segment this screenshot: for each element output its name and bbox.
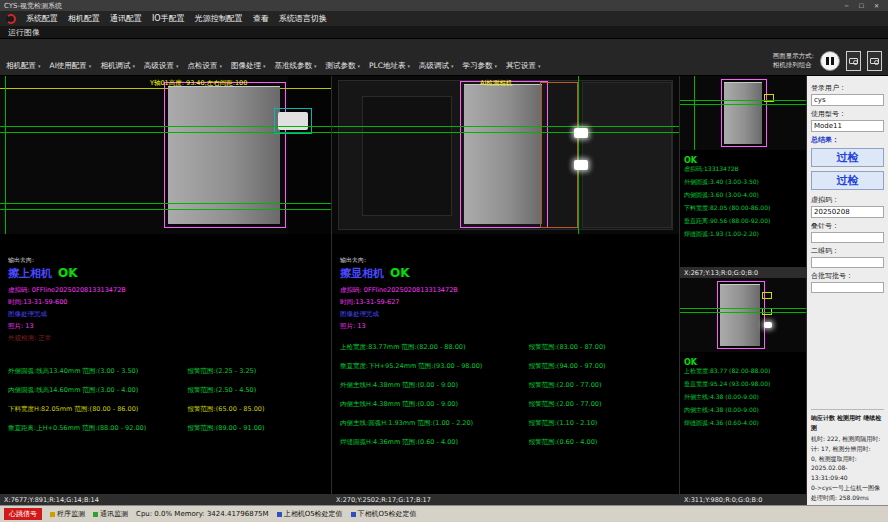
stat-line: 机时: 222, 检测间隔用时:: [811, 434, 884, 444]
timestamp-text: 时间:13-31-59-600: [8, 298, 323, 307]
close-button[interactable]: ✕: [869, 0, 884, 11]
barcode-text: 虚拟码: 0FFline2025020813313472B: [8, 286, 323, 295]
roi-rect-magenta: [721, 79, 767, 147]
cpu-memory-readout: Cpu: 0.0% Memory: 3424.41796875M: [136, 510, 269, 518]
measurement-row: 焊缝圆弧H:4.36mm 范围:(0.60 - 4.00)报警范围:(0.60 …: [340, 438, 671, 447]
title-bar: CYS-视觉检测系统 ─ ☐ ✕: [0, 0, 888, 11]
toolbar-camera-debug[interactable]: 相机调试▾: [100, 61, 135, 71]
toolbar-advanced-debug[interactable]: 高级调试▾: [419, 61, 454, 71]
roi-rect-cyan: [274, 108, 312, 134]
roi-rect-magenta: [717, 281, 765, 349]
camera-name: 擦显相机: [340, 266, 384, 281]
upper-camera-status: 上相机O5检处定值: [277, 509, 343, 519]
camera-image-mini-bottom[interactable]: [680, 278, 806, 352]
toolbar-plc-address[interactable]: PLC地址表▾: [369, 61, 410, 71]
output-destination-label: 输出去向:: [340, 256, 671, 265]
toolbar-image-process[interactable]: 图像处理▾: [231, 61, 266, 71]
needle-number-field[interactable]: [811, 232, 884, 243]
toolbar-ai-config[interactable]: AI使用配置▾: [50, 61, 92, 71]
green-vertical-line: [5, 76, 6, 234]
barcode-text: 虚拟码: 0FFline2025020813313472B: [340, 286, 671, 295]
camera-status-line: 擦上相机 OK: [8, 266, 323, 281]
program-monitor-icon: [50, 512, 55, 517]
toolbar-baseline-params[interactable]: 基准线参数▾: [274, 61, 316, 71]
model-select[interactable]: Mode11: [811, 120, 884, 132]
measurement-row: 外侧圆弧:线高13.40mm 范围:(3.00 - 3.50)报警范围:(2.2…: [8, 367, 323, 376]
measurement-row: 外侧主线H:4.38mm 范围:(0.00 - 9.00)报警范围:(2.00 …: [340, 381, 671, 390]
measurement-rows: 上枪宽度:83.77mm 范围:(82.00 - 88.00)报警范围:(83.…: [340, 343, 671, 447]
camera-view-button-1[interactable]: [846, 51, 861, 71]
main-area: Y轴01高度: 93.40;左右间距:100 输出去向: 擦上相机 OK 虚拟码…: [0, 76, 888, 505]
dark-band: [288, 76, 331, 234]
menu-item-camera-config[interactable]: 相机配置: [68, 13, 100, 24]
camera-view-button-2[interactable]: [867, 51, 882, 71]
toolbar-camera-config[interactable]: 相机配置▾: [6, 61, 41, 71]
menu-item-view[interactable]: 查看: [253, 13, 269, 24]
login-user-label: 登录用户：: [811, 83, 884, 93]
overlay-measure-label: Y轴01高度: 93.40;左右间距:100: [150, 79, 247, 88]
camera-status-line: 擦显相机 OK: [340, 266, 671, 281]
camera-image-left[interactable]: Y轴01高度: 93.40;左右间距:100: [0, 76, 331, 234]
status-badge: OK: [684, 156, 802, 165]
virtual-code-label: 虚拟码：: [811, 195, 884, 205]
camera-panel-middle: AI检测相机 输出去向: 擦显相机 OK 虚拟码: 0FFline2025020…: [332, 76, 680, 505]
window-title: CYS-视觉检测系统: [4, 1, 62, 11]
camera-image-middle[interactable]: AI检测相机: [332, 76, 679, 234]
minimize-button[interactable]: ─: [839, 0, 854, 11]
green-vertical-line: [694, 76, 695, 150]
camera-name: 擦上相机: [8, 266, 52, 281]
toolbar-other-settings[interactable]: 其它设置▾: [506, 61, 541, 71]
measure-line-green: [0, 132, 331, 133]
camera-panel-left: Y轴01高度: 93.40;左右间距:100 输出去向: 擦上相机 OK 虚拟码…: [0, 76, 332, 505]
toolbar-test-params[interactable]: 测试参数▾: [325, 61, 360, 71]
measurement-row-warning: 下料宽度H:82.05mm 范围:(80.00 - 86.00)报警范围:(65…: [8, 405, 323, 414]
result-area-middle: 输出去向: 擦显相机 OK 虚拟码: 0FFline20250208133134…: [332, 234, 679, 493]
qr-code-field[interactable]: [811, 257, 884, 268]
inspection-note-text: 外观检测: 正常: [8, 334, 323, 343]
mini-result-line: 焊缝圆弧:1.93 (1.00-2.20): [684, 230, 802, 239]
comm-monitor-indicator: 通讯监测: [93, 509, 128, 519]
stat-line: 2025.02.08-13:31:09:40: [811, 463, 884, 483]
toolbar-learning-params[interactable]: 学习参数▾: [462, 61, 497, 71]
tab-bar: 运行图像: [0, 26, 888, 39]
mini-result-line: 虚拟码:13313472B: [684, 165, 802, 174]
batch-number-field[interactable]: [811, 282, 884, 293]
program-monitor-indicator: 程序监测: [50, 509, 85, 519]
needle-number-label: 叠针号：: [811, 221, 884, 231]
chevron-down-icon: ▾: [263, 63, 266, 69]
chevron-down-icon: ▾: [407, 63, 410, 69]
camera-image-mini-top[interactable]: [680, 76, 806, 150]
heartbeat-indicator: 心跳信号: [4, 508, 42, 520]
mini-result-line: 外侧主线:4.38 (0.00-9.00): [684, 393, 802, 402]
roi-rect-orange: [540, 82, 578, 228]
virtual-code-field[interactable]: 20250208: [811, 206, 884, 218]
roi-rect-magenta: [460, 81, 548, 228]
menu-item-system-config[interactable]: 系统配置: [26, 13, 58, 24]
mini-panel-column: OK 虚拟码:13313472B 外侧圆弧:3.40 (3.00-3.50) 内…: [680, 76, 807, 505]
maximize-button[interactable]: ☐: [854, 0, 869, 11]
qr-code-label: 二维码：: [811, 246, 884, 256]
chevron-down-icon: ▾: [451, 63, 454, 69]
chevron-down-icon: ▾: [219, 63, 222, 69]
tab-run-image[interactable]: 运行图像: [8, 27, 40, 38]
mini-result-line: 垂直宽度:95.24 (93.00-98.00): [684, 380, 802, 389]
pause-button[interactable]: [820, 51, 840, 71]
measure-line-green: [0, 209, 331, 210]
menu-item-light-config[interactable]: 光源控制配置: [195, 13, 243, 24]
measure-line-green: [680, 308, 806, 309]
stat-line: 计: 17, 检测分辨用时:: [811, 444, 884, 454]
total-result-label: 总结果：: [811, 135, 884, 145]
measure-line-green: [680, 312, 806, 313]
menu-item-comm-config[interactable]: 通讯配置: [110, 13, 142, 24]
menu-item-language[interactable]: 系统语言切换: [279, 13, 327, 24]
mini-result-line: 下料宽度:82.05 (80.00-86.00): [684, 204, 802, 213]
status-badge: OK: [684, 358, 802, 367]
menu-item-io-config[interactable]: IO手配置: [152, 13, 185, 24]
measure-line-green: [680, 104, 806, 105]
toolbar-spot-check[interactable]: 点检设置▾: [187, 61, 222, 71]
measurement-row: 垂直宽度:下H+95.24mm 范围:(93.00 - 98.00)报警范围:(…: [340, 362, 671, 371]
app-window: CYS-视觉检测系统 ─ ☐ ✕ 系统配置 相机配置 通讯配置 IO手配置 光源…: [0, 0, 888, 522]
camera-icon: [849, 58, 858, 64]
toolbar-advanced-settings[interactable]: 高级设置▾: [144, 61, 179, 71]
stat-line: 0->cys一号上位机一图像: [811, 483, 884, 493]
